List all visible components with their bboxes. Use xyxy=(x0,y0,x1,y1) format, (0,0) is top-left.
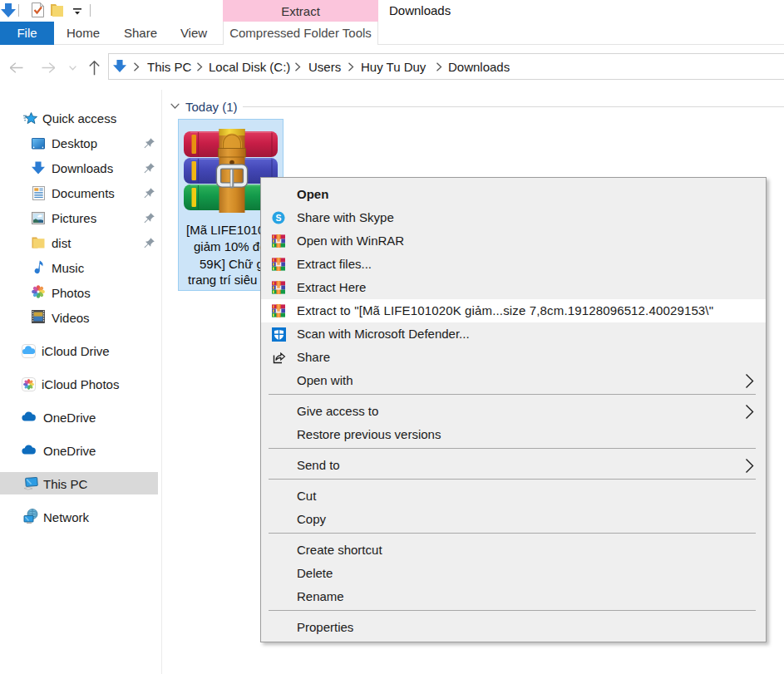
svg-text:S: S xyxy=(275,213,281,223)
